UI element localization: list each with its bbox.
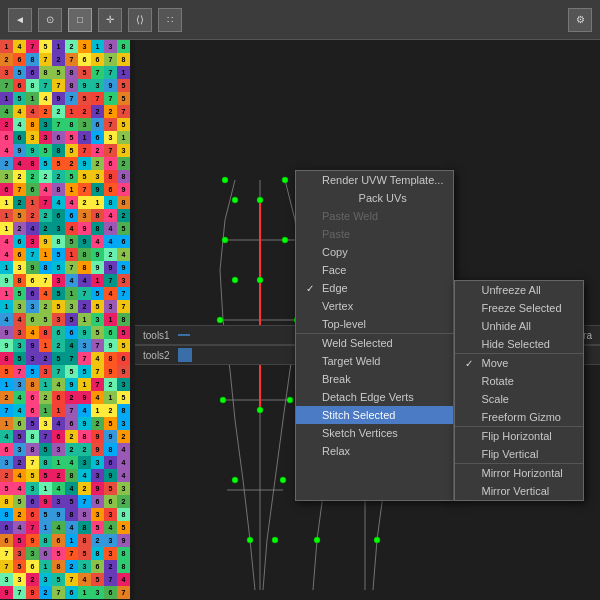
toolbar-icon-dots[interactable]: ∷	[158, 8, 182, 32]
texture-cell: 6	[91, 495, 104, 508]
texture-cell: 5	[65, 495, 78, 508]
toolbar-icon-arrow[interactable]: ◄	[8, 8, 32, 32]
texture-cell: 3	[0, 573, 13, 586]
texture-cell: 1	[0, 300, 13, 313]
toolbar-tools2-label[interactable]: tools2	[139, 350, 174, 361]
menu-item-copy[interactable]: Copy	[296, 243, 453, 261]
texture-cell: 8	[104, 196, 117, 209]
texture-cell: 6	[26, 287, 39, 300]
texture-cell: 3	[26, 131, 39, 144]
submenu-item-mirror-horizontal[interactable]: Mirror Horizontal	[455, 463, 583, 482]
context-menu-main: Render UVW Template... Pack UVs Paste We…	[295, 170, 454, 501]
toolbar-icon-move[interactable]: ✛	[98, 8, 122, 32]
menu-item-vertex[interactable]: Vertex	[296, 297, 453, 315]
texture-cell: 5	[39, 40, 52, 53]
menu-item-pack-uvs[interactable]: Pack UVs	[296, 189, 453, 207]
texture-cell: 2	[104, 404, 117, 417]
texture-cell: 2	[13, 170, 26, 183]
texture-cell: 9	[26, 144, 39, 157]
texture-cell: 5	[65, 131, 78, 144]
texture-cell: 2	[26, 209, 39, 222]
texture-cell: 9	[13, 144, 26, 157]
menu-item-face[interactable]: Face	[296, 261, 453, 279]
texture-cell: 2	[78, 443, 91, 456]
menu-item-paste: Paste	[296, 225, 453, 243]
submenu-item-rotate[interactable]: Rotate	[455, 372, 583, 390]
texture-cell: 3	[52, 313, 65, 326]
texture-cell: 4	[65, 482, 78, 495]
menu-item-break[interactable]: Break	[296, 370, 453, 388]
texture-cell: 4	[117, 443, 130, 456]
texture-cell: 3	[78, 40, 91, 53]
menu-item-render-uvw[interactable]: Render UVW Template...	[296, 171, 453, 189]
toolbar-icon-square[interactable]: □	[68, 8, 92, 32]
texture-cell: 3	[13, 443, 26, 456]
texture-cell: 2	[117, 495, 130, 508]
menu-item-relax[interactable]: Relax	[296, 442, 453, 460]
toolbar-icon-scale[interactable]: ⟨⟩	[128, 8, 152, 32]
texture-cell: 3	[117, 378, 130, 391]
texture-cell: 7	[13, 183, 26, 196]
texture-cell: 7	[104, 92, 117, 105]
menu-item-sketch-vertices[interactable]: Sketch Vertices	[296, 424, 453, 442]
menu-item-top-level[interactable]: Top-level	[296, 315, 453, 333]
texture-cell: 6	[0, 443, 13, 456]
texture-cell: 9	[0, 326, 13, 339]
texture-cell: 5	[39, 144, 52, 157]
submenu-item-scale[interactable]: Scale	[455, 390, 583, 408]
texture-cell: 8	[65, 79, 78, 92]
texture-cell: 6	[0, 534, 13, 547]
texture-cell: 1	[52, 456, 65, 469]
texture-cell: 8	[52, 560, 65, 573]
toolbar-icon-orbit[interactable]: ⊙	[38, 8, 62, 32]
menu-item-stitch-selected[interactable]: Stitch Selected	[296, 406, 453, 424]
toolbar-tools2-blue[interactable]	[178, 348, 192, 362]
texture-cell: 8	[39, 534, 52, 547]
texture-cell: 8	[39, 66, 52, 79]
texture-cell: 6	[65, 209, 78, 222]
menu-item-target-weld[interactable]: Target Weld	[296, 352, 453, 370]
toolbar-tools2-button[interactable]	[178, 334, 190, 336]
texture-cell: 8	[13, 274, 26, 287]
texture-cell: 5	[117, 118, 130, 131]
texture-cell: 8	[26, 118, 39, 131]
right-viewport[interactable]: tools1 tra tools2 Render UVW Template...…	[135, 40, 600, 600]
texture-cell: 7	[39, 274, 52, 287]
texture-cell: 5	[104, 417, 117, 430]
texture-cell: 8	[65, 508, 78, 521]
texture-cell: 2	[65, 40, 78, 53]
texture-cell: 7	[39, 53, 52, 66]
toolbar-icon-settings[interactable]: ⚙	[568, 8, 592, 32]
menu-item-detach-edge-verts[interactable]: Detach Edge Verts	[296, 388, 453, 406]
texture-cell: 4	[78, 404, 91, 417]
texture-cell: 8	[0, 508, 13, 521]
submenu-item-move[interactable]: ✓ Move	[455, 353, 583, 372]
toolbar-tools1-label[interactable]: tools1	[139, 330, 174, 341]
texture-cell: 3	[52, 274, 65, 287]
submenu-item-freeze-selected[interactable]: Freeze Selected	[455, 299, 583, 317]
texture-cell: 9	[78, 326, 91, 339]
texture-cell: 5	[26, 469, 39, 482]
texture-cell: 7	[65, 261, 78, 274]
texture-cell: 6	[39, 547, 52, 560]
texture-cell: 6	[65, 326, 78, 339]
texture-cell: 9	[78, 222, 91, 235]
texture-cell: 6	[91, 53, 104, 66]
submenu-item-unfreeze-all[interactable]: Unfreeze All	[455, 281, 583, 299]
submenu-item-flip-horizontal[interactable]: Flip Horizontal	[455, 426, 583, 445]
texture-cell: 5	[65, 365, 78, 378]
texture-cell: 6	[13, 235, 26, 248]
texture-cell: 3	[104, 534, 117, 547]
submenu-item-hide-selected[interactable]: Hide Selected	[455, 335, 583, 353]
texture-cell: 3	[91, 313, 104, 326]
submenu-item-unhide-all[interactable]: Unhide All	[455, 317, 583, 335]
texture-cell: 1	[39, 482, 52, 495]
menu-item-edge[interactable]: ✓ Edge	[296, 279, 453, 297]
texture-cell: 3	[13, 573, 26, 586]
submenu-item-freeform-gizmo[interactable]: Freeform Gizmo	[455, 408, 583, 426]
submenu-item-flip-vertical[interactable]: Flip Vertical	[455, 445, 583, 463]
menu-item-weld-selected[interactable]: Weld Selected	[296, 333, 453, 352]
texture-cell: 6	[91, 560, 104, 573]
submenu-item-mirror-vertical[interactable]: Mirror Vertical	[455, 482, 583, 500]
texture-cell: 5	[52, 157, 65, 170]
